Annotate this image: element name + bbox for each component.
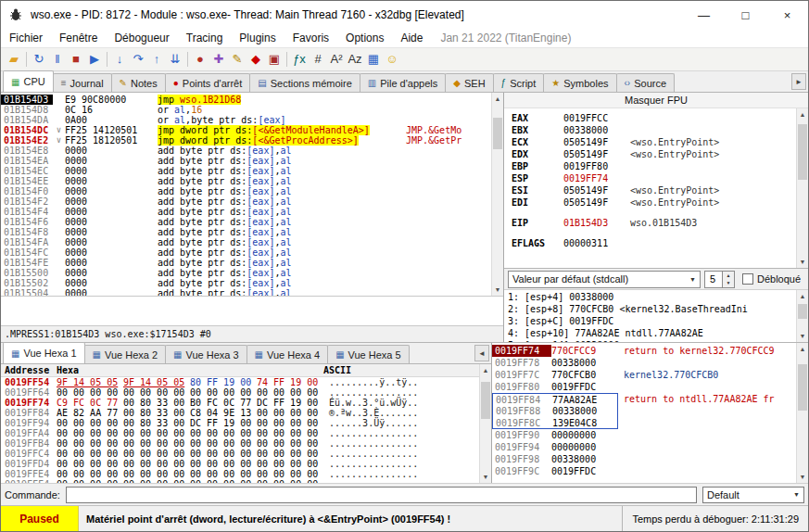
stack-row[interactable]: 0019FF9800338000 (492, 453, 796, 465)
menu-item-debogueur[interactable]: Débogueur (106, 30, 177, 46)
menu-item-fenetre[interactable]: Fenêtre (51, 30, 106, 46)
tab-symboles[interactable]: ★Symboles (543, 73, 616, 92)
disasm-row[interactable]: 01B154F20000add byte ptr ds:[eax],al (1, 196, 491, 207)
tab-vue-hexa-1[interactable]: ▦Vue Hexa 1 (3, 342, 85, 363)
stack-row[interactable]: 0019FF7800338000 (492, 357, 796, 369)
tab-vue-hexa-3[interactable]: ▦Vue Hexa 3 (165, 345, 247, 363)
step-over-icon[interactable]: ↷ (129, 50, 147, 69)
menu-item-favoris[interactable]: Favoris (284, 30, 337, 46)
scroll-up-icon[interactable]: ▲ (797, 108, 808, 120)
disasm-row[interactable]: 01B154E2∨FF25 18120501jmp dword ptr ds:[… (1, 135, 491, 146)
disasm-scrollbar[interactable]: ▲ ▼ (491, 93, 503, 296)
stack-row[interactable]: 0019FF8800338000 (492, 405, 796, 417)
register-row[interactable]: ESI0505149F<wso.EntryPoint> (512, 184, 796, 196)
registers-list[interactable]: EAX0019FFCCEBX00338000ECX0505149F<wso.En… (504, 108, 796, 268)
spin-down-icon[interactable]: ▼ (723, 279, 734, 287)
dump-scrollbar[interactable]: ▲ ▼ (479, 364, 491, 483)
tab-sections-memoire[interactable]: ▤Sections mémoire (249, 73, 360, 92)
stack-scrollbar[interactable]: ▲ ▼ (796, 343, 808, 483)
dump-bytes-group[interactable]: DC FF 19 00 (190, 418, 257, 428)
dump-bytes-group[interactable]: 00 00 00 00 (57, 428, 123, 438)
locked-checkbox[interactable] (742, 273, 753, 285)
scroll-down-icon[interactable]: ▼ (797, 330, 808, 342)
stack-row[interactable]: 0019FF800019FFDC (492, 381, 796, 393)
dump-bytes-group[interactable]: 00 00 00 00 (257, 469, 323, 479)
pause-icon[interactable]: ‖ (48, 50, 67, 69)
command-script-dropdown[interactable]: Default ▼ (702, 487, 804, 503)
scroll-down-icon[interactable]: ▼ (797, 256, 808, 268)
run-icon[interactable]: ▶ (85, 50, 104, 69)
tab-script[interactable]: ƒScript (493, 73, 545, 92)
dump-bytes-group[interactable]: 00 00 00 00 (123, 469, 190, 479)
memory-map-icon[interactable]: ▣ (265, 50, 284, 69)
patches-icon[interactable]: ✚ (209, 50, 228, 69)
stack-row[interactable]: 0019FF9400000000 (492, 441, 796, 453)
dump-bytes-group[interactable]: 00 00 00 00 (190, 449, 257, 459)
stack-row[interactable]: 0019FF8477AA82AEreturn to ntdll.77AA82AE… (492, 393, 796, 405)
disasm-row[interactable]: 01B154D3E9 90C80000jmp wso.1B21D68 (1, 95, 491, 105)
tab-journal[interactable]: ≡Journal (53, 73, 112, 92)
tab-source[interactable]: ‹›Source (616, 73, 676, 92)
register-row[interactable]: EBP0019FF80 (512, 160, 796, 172)
table-icon[interactable]: ▦ (364, 50, 383, 69)
dump-bytes-group[interactable]: 00 00 00 00 (257, 449, 323, 459)
dump-bytes-group[interactable]: 00 00 00 00 (123, 387, 190, 398)
dump-bytes-group[interactable]: 00 00 00 00 (257, 438, 323, 449)
disassembly-list[interactable]: 01B154D3E9 90C80000jmp wso.1B21D6801B154… (1, 93, 491, 296)
fx-icon[interactable]: ƒx (290, 50, 309, 69)
register-row[interactable]: EFLAGS00000311 (512, 237, 796, 249)
dump-row[interactable]: 0019FFC400 00 00 0000 00 00 0000 00 00 0… (1, 449, 479, 459)
disasm-row[interactable]: 01B154EC0000add byte ptr ds:[eax],al (1, 166, 491, 176)
scroll-up-icon[interactable]: ▲ (492, 93, 503, 105)
scroll-up-icon[interactable]: ▲ (797, 343, 808, 355)
spin-up-icon[interactable]: ▲ (723, 272, 734, 280)
tab-notes[interactable]: ✎Notes (111, 73, 166, 92)
tab-seh[interactable]: ◆SEH (445, 73, 493, 92)
dump-bytes-group[interactable]: 00 00 00 00 (257, 387, 323, 398)
dump-bytes-group[interactable]: 74 FF 19 00 (257, 377, 323, 387)
stack-arg-row[interactable]: 3: [esp+C] 0019FFDC (508, 315, 796, 327)
dump-bytes-group[interactable]: DC FF 19 00 (257, 398, 323, 408)
dump-bytes-group[interactable]: 9F 14 05 05 (123, 377, 190, 387)
tab-scroll-right-icon[interactable]: ► (791, 73, 806, 90)
stack-row[interactable]: 0019FF9C0019FFDC (492, 465, 796, 477)
dump-bytes-group[interactable]: 00 00 00 00 (257, 428, 323, 438)
dump-bytes-group[interactable]: 00 00 00 00 (57, 438, 123, 449)
scroll-thumb[interactable] (798, 304, 807, 319)
step-into-icon[interactable]: ↓ (110, 50, 129, 69)
hash-icon[interactable]: # (309, 50, 327, 69)
dump-row[interactable]: 0019FFE400 00 00 0000 00 00 0000 00 00 0… (1, 469, 479, 479)
breakpoints-icon[interactable]: ◆ (246, 50, 265, 69)
dump-bytes-group[interactable]: 00 00 00 00 (123, 459, 190, 469)
dump-row[interactable]: 0019FF84AE 82 AA 7700 80 33 00C8 04 9E 1… (1, 408, 479, 418)
dump-bytes-group[interactable]: 00 00 00 00 (57, 418, 123, 428)
disasm-row[interactable]: 01B154DA0A00or al,byte ptr ds:[eax] (1, 115, 491, 125)
dump-bytes-group[interactable]: AE 82 AA 77 (57, 408, 123, 418)
dump-row[interactable]: 0019FF9400 00 00 0000 80 33 00DC FF 19 0… (1, 418, 479, 428)
minimize-button[interactable]: — (683, 1, 725, 29)
stack-arg-row[interactable]: 4: [esp+10] 77AA82AE ntdll.77AA82AE (508, 327, 796, 339)
disasm-row[interactable]: 01B154F00000add byte ptr ds:[eax],al (1, 186, 491, 196)
dump-bytes-group[interactable]: 00 00 00 00 (257, 408, 323, 418)
register-row[interactable]: ESP0019FF74 (512, 172, 796, 184)
dump-bytes-group[interactable]: 9F 14 05 05 (57, 377, 123, 387)
disasm-row[interactable]: 01B154DC∨FF25 14120501jmp dword ptr ds:[… (1, 125, 491, 135)
dump-bytes-group[interactable]: 00 00 00 00 (257, 418, 323, 428)
register-row[interactable] (512, 229, 796, 237)
stop-icon[interactable]: ■ (67, 50, 85, 69)
open-file-icon[interactable]: ▰ (5, 50, 23, 69)
menu-item-options[interactable]: Options (337, 30, 392, 46)
stack-row[interactable]: 0019FF7C770CFCB0kernel32.770CFCB0 (492, 369, 796, 381)
arguments-scrollbar[interactable]: ▲ ▼ (796, 290, 808, 342)
dump-bytes-group[interactable]: 00 00 00 00 (57, 449, 123, 459)
menu-item-aide[interactable]: Aide (392, 30, 431, 46)
tab-points-d-arret[interactable]: ●Points d'arrêt (165, 73, 251, 92)
tab-cpu[interactable]: ▦CPU (3, 70, 54, 92)
dump-bytes-group[interactable]: C9 FC 0C 77 (57, 398, 123, 408)
disasm-row[interactable]: 01B154F80000add byte ptr ds:[eax],al (1, 227, 491, 237)
dump-bytes-group[interactable]: 00 00 00 00 (190, 438, 257, 449)
dump-bytes-group[interactable]: 00 00 00 00 (190, 469, 257, 479)
tab-vue-hexa-2[interactable]: ▦Vue Hexa 2 (84, 345, 167, 363)
maximize-button[interactable]: □ (725, 1, 766, 29)
dump-bytes-group[interactable]: 80 FF 19 00 (190, 377, 257, 387)
